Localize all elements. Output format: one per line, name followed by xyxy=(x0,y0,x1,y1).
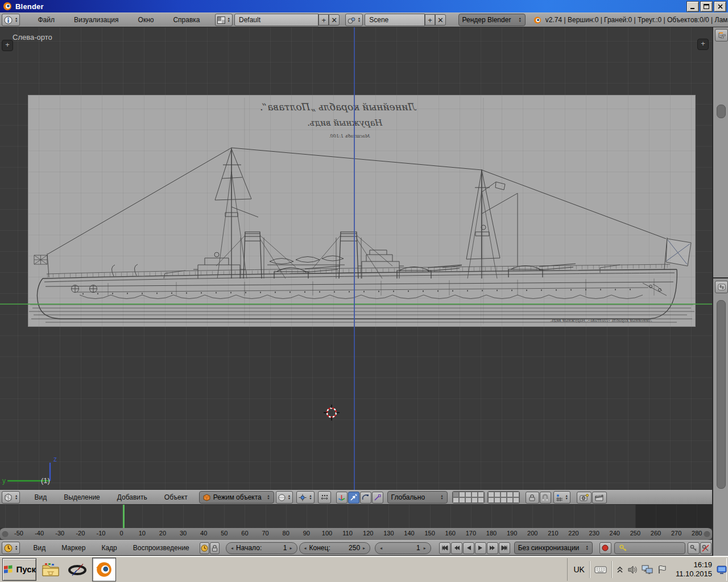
tray-flag-icon[interactable] xyxy=(657,565,669,574)
menu-выделение[interactable]: Выделение xyxy=(58,493,106,501)
toolshelf-expand-button[interactable]: + xyxy=(2,40,13,51)
properties-region-expand-button[interactable]: + xyxy=(697,39,709,50)
timeline-frame-scale[interactable]: -50-40-30-20-100102030405060708090100110… xyxy=(0,528,712,541)
layer-button-9[interactable] xyxy=(471,497,478,503)
manipulator-toggle-button[interactable] xyxy=(336,492,348,504)
editor-type-button-properties[interactable] xyxy=(715,281,728,293)
menu-кадр[interactable]: Кадр xyxy=(96,544,122,552)
speaker-icon[interactable] xyxy=(628,566,637,574)
layer-button-11[interactable] xyxy=(488,492,494,497)
insert-keyframe-button[interactable] xyxy=(688,542,699,554)
scene-name-field[interactable]: Scene xyxy=(365,14,425,26)
keying-set-field[interactable] xyxy=(614,542,686,554)
timeline-playhead[interactable] xyxy=(123,505,125,528)
layout-name-field[interactable]: Default xyxy=(234,14,318,26)
snap-toggle-button[interactable] xyxy=(540,492,551,504)
lock-time-cursor-button[interactable] xyxy=(210,542,220,554)
minimize-button[interactable] xyxy=(686,1,699,12)
layer-button-15[interactable] xyxy=(513,492,519,497)
render-opengl-animation-button[interactable] xyxy=(592,492,607,504)
decrement-arrow-icon[interactable]: ◂ xyxy=(304,546,307,551)
av-sync-select[interactable]: Без синхронизации xyxy=(514,542,593,554)
layer-button-19[interactable] xyxy=(507,497,513,503)
layer-button-4[interactable] xyxy=(471,492,478,497)
timeline-track[interactable] xyxy=(0,505,712,529)
layer-button-13[interactable] xyxy=(500,492,507,497)
editor-type-button-outliner[interactable] xyxy=(715,29,728,41)
screen-layout-button[interactable] xyxy=(215,14,233,26)
layer-button-20[interactable] xyxy=(513,497,519,503)
network-icon[interactable] xyxy=(642,565,653,574)
editor-type-button-timeline[interactable] xyxy=(2,542,20,554)
layer-button-12[interactable] xyxy=(494,492,500,497)
menu-окно[interactable]: Окно xyxy=(133,16,160,24)
delete-layout-button[interactable]: ✕ xyxy=(329,14,339,26)
menu-воспроизведение[interactable]: Воспроизведение xyxy=(127,544,195,552)
render-engine-select[interactable]: Рендер Blender xyxy=(458,14,526,26)
delete-keyframe-button[interactable] xyxy=(700,542,712,554)
properties-scrollbar[interactable] xyxy=(717,300,726,489)
snap-element-select[interactable] xyxy=(553,491,570,504)
render-opengl-button[interactable] xyxy=(577,492,592,504)
play-reverse-button[interactable] xyxy=(463,542,474,554)
layer-button-5[interactable] xyxy=(478,492,484,497)
layer-button-1[interactable] xyxy=(453,492,459,497)
keyboard-icon[interactable] xyxy=(594,566,607,573)
current-frame-field[interactable]: ◂ 1 ▸ xyxy=(375,542,431,554)
menu-вид[interactable]: Вид xyxy=(28,493,52,501)
layer-button-10[interactable] xyxy=(478,497,484,503)
menu-объект[interactable]: Объект xyxy=(159,493,193,501)
quicklaunch-kompas[interactable] xyxy=(66,558,89,581)
transform-orientation-select[interactable]: Глобально xyxy=(387,491,448,504)
decrement-arrow-icon[interactable]: ◂ xyxy=(231,546,233,551)
menu-вид[interactable]: Вид xyxy=(27,544,51,552)
menu-справка[interactable]: Справка xyxy=(167,16,205,24)
menu-добавить[interactable]: Добавить xyxy=(111,493,153,501)
layer-button-3[interactable] xyxy=(465,492,471,497)
timeline-scroller-cap-right[interactable] xyxy=(704,530,710,537)
window-titlebar[interactable]: Blender xyxy=(0,0,728,13)
translate-manipulator-button[interactable] xyxy=(348,492,359,504)
record-autokey-button[interactable] xyxy=(599,542,611,554)
pivot-point-select[interactable] xyxy=(296,491,314,504)
show-desktop-icon[interactable] xyxy=(717,565,727,574)
layer-button-6[interactable] xyxy=(453,497,459,503)
language-indicator[interactable]: UK xyxy=(573,565,584,574)
viewport-shading-select[interactable] xyxy=(276,491,293,504)
editor-type-button-view3d[interactable] xyxy=(2,491,20,504)
increment-arrow-icon[interactable]: ▸ xyxy=(290,546,292,551)
chevron-up-icon[interactable] xyxy=(617,566,623,573)
menu-маркер[interactable]: Маркер xyxy=(56,544,91,552)
layer-button-7[interactable] xyxy=(459,497,465,503)
jump-to-start-button[interactable] xyxy=(439,542,450,554)
tray-clock[interactable]: 16:19 11.10.2015 xyxy=(676,560,712,579)
delete-scene-button[interactable]: ✕ xyxy=(435,14,445,26)
jump-next-keyframe-button[interactable] xyxy=(487,542,498,554)
add-scene-button[interactable]: + xyxy=(425,14,435,26)
decrement-arrow-icon[interactable]: ◂ xyxy=(380,546,382,551)
layer-button-2[interactable] xyxy=(459,492,465,497)
3d-viewport[interactable]: Линейный корабль „Полтава“. Наружный вид… xyxy=(0,27,712,490)
jump-to-end-button[interactable] xyxy=(499,542,510,554)
layer-button-8[interactable] xyxy=(465,497,471,503)
start-frame-field[interactable]: ◂ Начало: 1 ▸ xyxy=(226,542,297,554)
scale-manipulator-button[interactable] xyxy=(372,492,383,504)
layer-button-14[interactable] xyxy=(507,492,513,497)
playback-range-lock-clock-button[interactable] xyxy=(200,542,209,554)
layer-button-16[interactable] xyxy=(488,497,494,503)
maximize-button[interactable] xyxy=(700,1,713,12)
timeline-scroller-cap-left[interactable] xyxy=(2,530,9,537)
close-button[interactable] xyxy=(714,1,726,12)
increment-arrow-icon[interactable]: ▸ xyxy=(424,546,426,551)
scene-browse-button[interactable] xyxy=(345,14,363,26)
outliner-scrollbar[interactable] xyxy=(717,105,726,118)
mode-select[interactable]: Режим объекта xyxy=(199,491,274,504)
play-button[interactable] xyxy=(475,542,486,554)
increment-arrow-icon[interactable]: ▸ xyxy=(363,546,365,551)
menu-визуализация[interactable]: Визуализация xyxy=(68,16,125,24)
editor-type-button-info[interactable] xyxy=(2,14,20,26)
manipulate-center-points-toggle[interactable] xyxy=(318,491,331,504)
start-button[interactable]: Пуск xyxy=(2,558,36,581)
quicklaunch-folder[interactable] xyxy=(40,558,63,581)
jump-prev-keyframe-button[interactable] xyxy=(451,542,462,554)
